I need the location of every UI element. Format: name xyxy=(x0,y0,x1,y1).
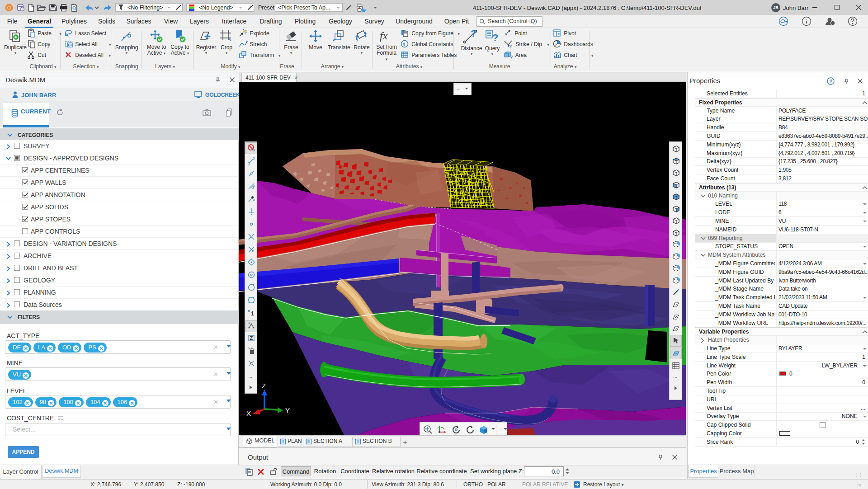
svg-text:?: ? xyxy=(492,32,498,43)
svg-text:Z: Z xyxy=(250,335,253,341)
svg-text:1: 1 xyxy=(251,310,254,317)
svg-text:?: ? xyxy=(830,79,833,84)
svg-text:Z: Z xyxy=(262,382,266,390)
svg-text:fx: fx xyxy=(380,30,388,42)
svg-text:π: π xyxy=(403,41,406,47)
svg-text:?: ? xyxy=(471,29,476,38)
svg-text:Y: Y xyxy=(285,406,290,414)
svg-text:?: ? xyxy=(510,55,513,59)
svg-text:X: X xyxy=(246,409,251,417)
svg-text:?: ? xyxy=(509,44,512,48)
